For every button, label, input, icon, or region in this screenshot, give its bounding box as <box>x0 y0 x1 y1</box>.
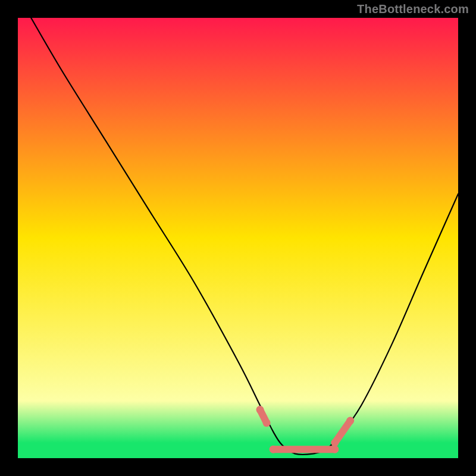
highlight-endpoint <box>263 419 271 427</box>
highlight-endpoint <box>331 446 339 453</box>
bottleneck-chart <box>0 0 476 476</box>
chart-stage: TheBottleneck.com <box>0 0 476 476</box>
highlight-endpoint <box>331 439 339 447</box>
plot-background <box>18 18 458 458</box>
highlight-endpoint <box>256 406 264 414</box>
highlight-endpoint <box>270 446 277 453</box>
highlight-endpoint <box>346 417 354 425</box>
